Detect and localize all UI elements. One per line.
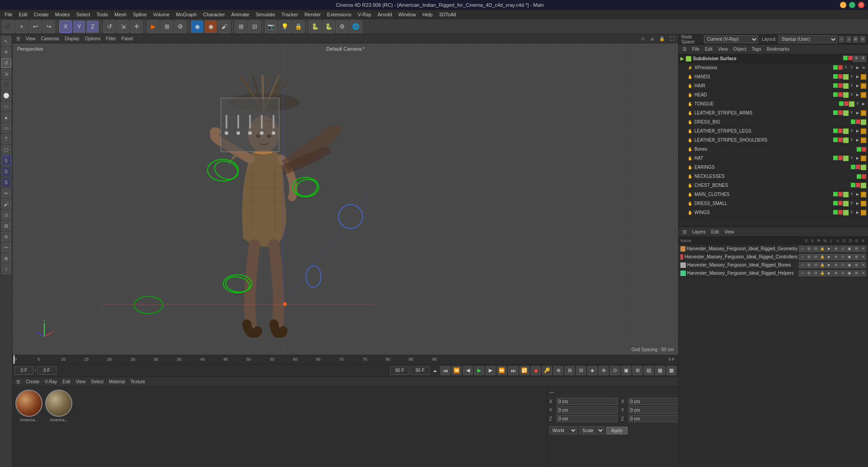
toolbar-snap-btn[interactable]: ⊞ <box>235 20 247 33</box>
db-icon1[interactable]: ⠿ <box>861 119 866 125</box>
menu-spline[interactable]: Spline <box>130 11 150 18</box>
obj-row-leather-shoulders[interactable]: ✋ LEATHER_STRIPES_SHOULDERS ⠿ ⠿ ▶ ★ <box>679 136 868 145</box>
cb-icon1[interactable]: ⠿ <box>861 183 866 188</box>
toolbar-light-btn[interactable]: 💡 <box>278 20 291 33</box>
menu-character[interactable]: Character <box>200 11 227 18</box>
frame-end-input2[interactable] <box>410 367 429 375</box>
tool-s1[interactable]: S <box>1 156 11 166</box>
om-tags[interactable]: Tags <box>750 46 764 52</box>
geo-li2[interactable]: ⊞ <box>806 246 812 252</box>
bp-create[interactable]: Create <box>24 379 41 385</box>
tool-hair[interactable]: ≋ <box>1 232 11 242</box>
obj-row-head[interactable]: ✋ HEAD ⠿ ⠿ ▶ ★ <box>679 91 868 100</box>
geo-li7[interactable]: ⊙ <box>840 246 846 252</box>
nb-icon-2[interactable]: ⊿ <box>846 36 851 43</box>
tool-deform[interactable]: 〜 <box>1 243 11 253</box>
menu-modes[interactable]: Modes <box>52 11 73 18</box>
ctrl-li3[interactable]: ⊟ <box>812 254 819 260</box>
hat-icon4[interactable]: ★ <box>861 156 866 161</box>
geo-li10[interactable]: ✕ <box>860 246 866 252</box>
menu-create[interactable]: Create <box>31 11 52 18</box>
vp-icon-lock[interactable]: 🔒 <box>657 36 666 42</box>
larms-icon4[interactable]: ★ <box>861 110 866 116</box>
ds-icon4[interactable]: ★ <box>861 201 866 206</box>
ds-icon3[interactable]: ▶ <box>855 201 860 206</box>
vp-menu-display[interactable]: Display <box>63 36 81 42</box>
vp-menu-view[interactable]: View <box>24 36 38 42</box>
ls-icon2[interactable]: ⠿ <box>849 138 854 143</box>
menu-render[interactable]: Render <box>302 11 323 18</box>
toolbar-z-btn[interactable]: Z <box>86 20 99 33</box>
menu-arnold[interactable]: Arnold <box>375 11 395 18</box>
ctrl-li9[interactable]: ⊞ <box>853 254 859 260</box>
ctrl-li1[interactable]: ⊹ <box>799 254 805 260</box>
head-icon1[interactable]: ⠿ <box>843 92 849 98</box>
toolbar-settings-btn[interactable]: ⚙ <box>174 20 187 33</box>
obj-row-earings[interactable]: ✋ EARINGS ⠿ <box>679 163 868 172</box>
vp-menu-cameras[interactable]: Cameras <box>39 36 61 42</box>
toolbar-xyz-btn[interactable]: X <box>59 20 72 33</box>
vp-menu-panel[interactable]: Panel <box>120 36 135 42</box>
lyr-toggle[interactable]: ☰ <box>680 229 689 235</box>
tool-rotate[interactable]: ↺ <box>1 58 11 68</box>
ls-icon1[interactable]: ⠿ <box>843 138 849 143</box>
hat-icon1[interactable]: ⠿ <box>843 156 849 161</box>
play-next-btn[interactable]: ▶ <box>486 366 495 375</box>
bp-edit[interactable]: Edit <box>61 379 72 385</box>
bp-texture[interactable]: Texture <box>128 379 147 385</box>
timeline-icon9[interactable]: ▩ <box>666 366 676 375</box>
lyr-view[interactable]: View <box>722 229 736 235</box>
menu-volume[interactable]: Volume <box>151 11 173 18</box>
timeline-icon1[interactable]: ⊟ <box>576 366 586 375</box>
bone-li4[interactable]: 🔒 <box>819 262 826 268</box>
loop-btn[interactable]: 🔁 <box>519 366 529 375</box>
ll-icon2[interactable]: ⠿ <box>849 129 854 134</box>
obj-icon-dots2[interactable]: ⠿ <box>860 56 866 62</box>
ls-icon3[interactable]: ▶ <box>855 138 860 143</box>
hair-icon1[interactable]: ⠿ <box>843 83 849 89</box>
obj-row-wings[interactable]: ✋ WINGS ⠿ ⠿ ▶ ★ <box>679 208 868 217</box>
maximize-button[interactable]: □ <box>849 2 855 8</box>
mc-icon4[interactable]: ★ <box>861 192 866 197</box>
tool-pen[interactable]: ✏ <box>1 188 11 198</box>
material-thumb-1[interactable] <box>15 390 42 417</box>
coord-z-input[interactable] <box>557 415 618 422</box>
bone-li2[interactable]: ⊞ <box>806 262 812 268</box>
obj-row-bones[interactable]: ✋ Bones <box>679 145 868 154</box>
window-controls[interactable]: — □ ✕ <box>840 2 864 8</box>
hands-icon3[interactable]: ▶ <box>855 74 860 80</box>
bp-select[interactable]: Select <box>89 379 105 385</box>
wings-icon1[interactable]: ⠿ <box>843 210 849 215</box>
bone-li9[interactable]: ⊞ <box>853 262 859 268</box>
ctrl-li4[interactable]: 🔒 <box>819 254 826 260</box>
coord-x-input[interactable] <box>557 398 618 405</box>
frame-end-input1[interactable] <box>390 367 409 375</box>
ctrl-li8[interactable]: ▣ <box>846 254 853 260</box>
menu-tools[interactable]: Tools <box>94 11 111 18</box>
obj-row-hands[interactable]: ✋ HANDS ⠿ ⠿ ▶ ★ <box>679 72 868 81</box>
timeline-expand-btn[interactable]: ⏶ <box>431 367 439 375</box>
bp-view[interactable]: View <box>74 379 87 385</box>
frame-current-input[interactable] <box>38 367 57 375</box>
bp-material[interactable]: Material <box>107 379 127 385</box>
play-last-btn[interactable]: ⏭ <box>508 366 518 375</box>
close-button[interactable]: ✕ <box>858 2 864 8</box>
geo-li3[interactable]: ⊟ <box>812 246 819 252</box>
ll-icon3[interactable]: ▶ <box>855 129 860 134</box>
ctrl-li2[interactable]: ⊞ <box>806 254 812 260</box>
ll-icon4[interactable]: ★ <box>861 129 866 134</box>
tool-sculpt[interactable]: ⊙ <box>1 210 11 220</box>
toolbar-camera-btn[interactable]: 📷 <box>265 20 278 33</box>
menu-edit[interactable]: Edit <box>16 11 30 18</box>
toolbar-brush-btn[interactable]: 🖌 <box>218 20 231 33</box>
bone-li8[interactable]: ▣ <box>846 262 853 268</box>
geo-li8[interactable]: ▣ <box>846 246 853 252</box>
nb-icon-3[interactable]: ⊞ <box>853 36 859 43</box>
toolbar-snap2-btn[interactable]: ⊟ <box>248 20 261 33</box>
toolbar-undo-btn[interactable]: ↩ <box>29 20 42 33</box>
play-next-key-btn[interactable]: ⏩ <box>497 366 507 375</box>
obj-row-leather-legs[interactable]: ✋ LEATHER_STRIPES_LEGS ⠿ ⠿ ▶ ★ <box>679 127 868 136</box>
layer-row-controllers[interactable]: Harvester_Massey_Ferguson_Ideal_Rigged_C… <box>679 253 868 261</box>
bone-li1[interactable]: ⊹ <box>799 262 805 268</box>
layer-row-bones[interactable]: Harvester_Massey_Ferguson_Ideal_Rigged_B… <box>679 261 868 269</box>
